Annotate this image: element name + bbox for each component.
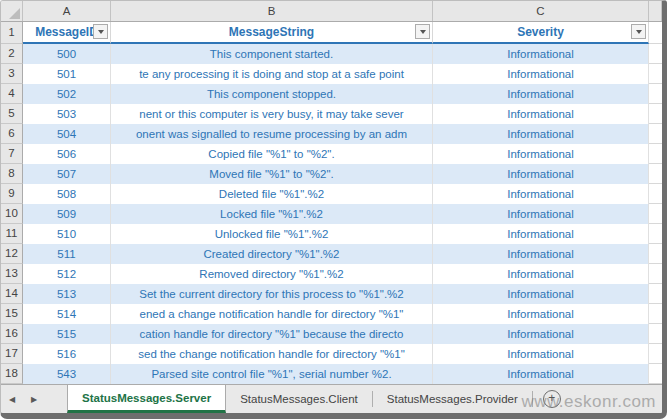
column-letter-a[interactable]: A: [23, 1, 111, 21]
cell-message-string[interactable]: Deleted file "%1".%2: [111, 184, 433, 204]
cell-message-string[interactable]: Created directory "%1".%2: [111, 244, 433, 264]
cell-severity[interactable]: Informational: [433, 344, 649, 364]
cell-message-id[interactable]: 513: [23, 284, 111, 304]
row-number-cell[interactable]: 5: [1, 104, 23, 124]
cell-message-string[interactable]: Set the current directory for this proce…: [111, 284, 433, 304]
filter-button-messagestring[interactable]: [415, 24, 430, 39]
cell-severity[interactable]: Informational: [433, 104, 649, 124]
row-number-cell[interactable]: 8: [1, 164, 23, 184]
cell-message-string[interactable]: Copied file "%1" to "%2".: [111, 144, 433, 164]
row-number-cell[interactable]: 9: [1, 184, 23, 204]
cell-severity[interactable]: Informational: [433, 144, 649, 164]
row-number-cell[interactable]: 7: [1, 144, 23, 164]
cell-message-string[interactable]: Parsed site control file "%1", serial nu…: [111, 364, 433, 384]
filter-button-severity[interactable]: [631, 24, 646, 39]
cell-message-id[interactable]: 511: [23, 244, 111, 264]
row-number-cell[interactable]: 15: [1, 304, 23, 324]
header-cell-messageid[interactable]: MessageID: [23, 22, 111, 44]
cell-empty[interactable]: [649, 304, 662, 324]
cell-message-id[interactable]: 504: [23, 124, 111, 144]
add-sheet-button[interactable]: +: [543, 390, 561, 408]
cell-message-string[interactable]: Locked file "%1".%2: [111, 204, 433, 224]
cell-message-string[interactable]: onent was signalled to resume processing…: [111, 124, 433, 144]
row-number-cell[interactable]: 11: [1, 224, 23, 244]
cell-severity[interactable]: Informational: [433, 164, 649, 184]
cell-message-string[interactable]: nent or this computer is very busy, it m…: [111, 104, 433, 124]
cell-message-id[interactable]: 514: [23, 304, 111, 324]
cell-severity[interactable]: Informational: [433, 44, 649, 64]
header-cell-messagestring[interactable]: MessageString: [111, 22, 433, 44]
row-number-cell[interactable]: 4: [1, 84, 23, 104]
cell-message-string[interactable]: This component stopped.: [111, 84, 433, 104]
cell-message-id[interactable]: 506: [23, 144, 111, 164]
cell-message-id[interactable]: 516: [23, 344, 111, 364]
row-number-cell[interactable]: 17: [1, 344, 23, 364]
cell-message-string[interactable]: sed the change notification handle for d…: [111, 344, 433, 364]
cell-severity[interactable]: Informational: [433, 304, 649, 324]
cell-message-string[interactable]: Unlocked file "%1".%2: [111, 224, 433, 244]
row-number-cell[interactable]: 2: [1, 44, 23, 64]
cell-severity[interactable]: Informational: [433, 244, 649, 264]
select-all-button[interactable]: [1, 1, 23, 21]
tab-scroll-left-icon[interactable]: ◀: [1, 395, 23, 404]
cell-empty[interactable]: [649, 84, 662, 104]
cell-message-id[interactable]: 500: [23, 44, 111, 64]
cell-empty[interactable]: [649, 364, 662, 384]
cell-message-string[interactable]: te any processing it is doing and stop a…: [111, 64, 433, 84]
cell-empty[interactable]: [649, 224, 662, 244]
cell-message-id[interactable]: 507: [23, 164, 111, 184]
sheet-tab-statusmessages-client[interactable]: StatusMessages.Client: [226, 385, 372, 413]
filter-button-messageid[interactable]: [93, 24, 108, 39]
cell-severity[interactable]: Informational: [433, 284, 649, 304]
cell-empty[interactable]: [649, 204, 662, 224]
cell-severity[interactable]: Informational: [433, 264, 649, 284]
cell-severity[interactable]: Informational: [433, 224, 649, 244]
cell-message-id[interactable]: 508: [23, 184, 111, 204]
cell-severity[interactable]: Informational: [433, 124, 649, 144]
cell-message-id[interactable]: 502: [23, 84, 111, 104]
cell-severity[interactable]: Informational: [433, 84, 649, 104]
cell-message-id[interactable]: 509: [23, 204, 111, 224]
row-number-cell[interactable]: 18: [1, 364, 23, 384]
cell-message-id[interactable]: 510: [23, 224, 111, 244]
row-number-cell[interactable]: 6: [1, 124, 23, 144]
row-number-cell[interactable]: 14: [1, 284, 23, 304]
header-cell-severity[interactable]: Severity: [433, 22, 649, 44]
cell-message-id[interactable]: 515: [23, 324, 111, 344]
cell-empty[interactable]: [649, 64, 662, 84]
column-letter-c[interactable]: C: [433, 1, 649, 21]
cell-empty[interactable]: [649, 44, 662, 64]
row-number-cell[interactable]: 10: [1, 204, 23, 224]
cell-message-string[interactable]: ened a change notification handle for di…: [111, 304, 433, 324]
cell-message-id[interactable]: 501: [23, 64, 111, 84]
cell-message-string[interactable]: Moved file "%1" to "%2".: [111, 164, 433, 184]
cell-empty[interactable]: [649, 22, 662, 44]
column-letter-b[interactable]: B: [111, 1, 433, 21]
cell-severity[interactable]: Informational: [433, 64, 649, 84]
cell-empty[interactable]: [649, 264, 662, 284]
cell-empty[interactable]: [649, 284, 662, 304]
cell-empty[interactable]: [649, 124, 662, 144]
cell-empty[interactable]: [649, 184, 662, 204]
cell-empty[interactable]: [649, 344, 662, 364]
cell-message-id[interactable]: 503: [23, 104, 111, 124]
cell-severity[interactable]: Informational: [433, 364, 649, 384]
cell-severity[interactable]: Informational: [433, 184, 649, 204]
sheet-tab-statusmessages-server[interactable]: StatusMessages.Server: [67, 385, 226, 413]
cell-empty[interactable]: [649, 164, 662, 184]
row-number-cell[interactable]: 3: [1, 64, 23, 84]
cell-message-id[interactable]: 543: [23, 364, 111, 384]
row-number-cell[interactable]: 12: [1, 244, 23, 264]
cell-empty[interactable]: [649, 324, 662, 344]
cell-message-string[interactable]: cation handle for directory "%1" because…: [111, 324, 433, 344]
row-number-cell[interactable]: 16: [1, 324, 23, 344]
tab-scroll-right-icon[interactable]: ▶: [23, 395, 45, 404]
cell-message-string[interactable]: This component started.: [111, 44, 433, 64]
cell-empty[interactable]: [649, 104, 662, 124]
cell-message-id[interactable]: 512: [23, 264, 111, 284]
cell-empty[interactable]: [649, 144, 662, 164]
cell-empty[interactable]: [649, 244, 662, 264]
column-letter-d[interactable]: [649, 1, 662, 21]
cell-severity[interactable]: Informational: [433, 324, 649, 344]
sheet-tab-statusmessages-provider[interactable]: StatusMessages.Provider: [373, 385, 532, 413]
